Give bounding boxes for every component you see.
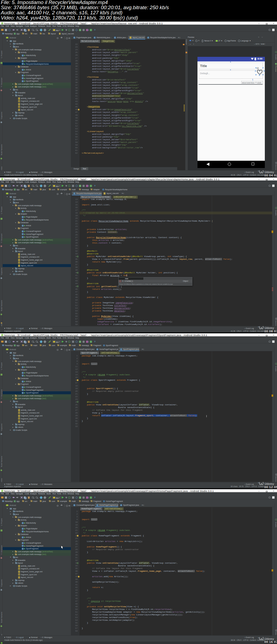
svg-text:Udemy: Udemy [265, 482, 274, 485]
svg-text:Udemy: Udemy [265, 326, 274, 330]
svg-text:Udemy: Udemy [265, 170, 274, 174]
svg-text:Udemy: Udemy [265, 637, 274, 640]
